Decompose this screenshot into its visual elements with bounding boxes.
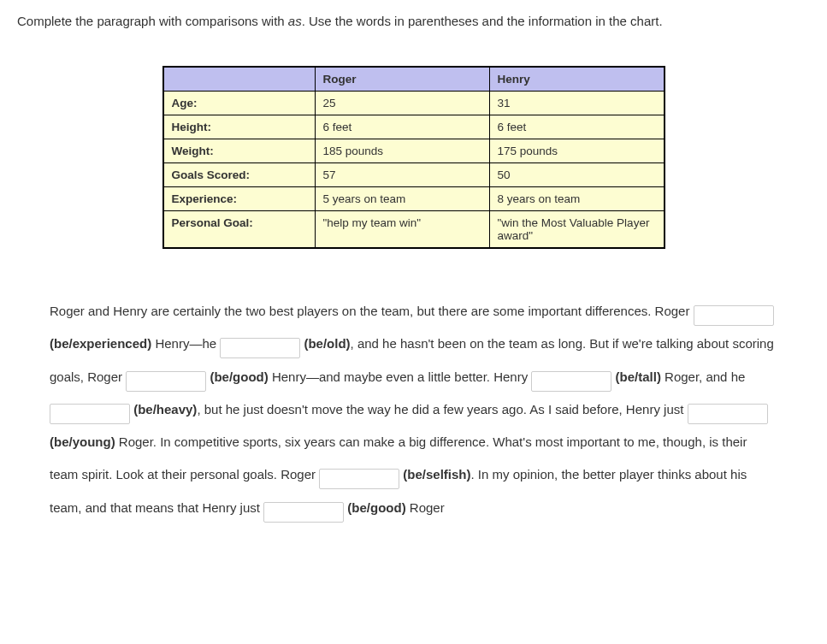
hint-6: (be/young): [50, 434, 115, 449]
paragraph-text: Roger: [410, 500, 445, 515]
instruction-italic: as: [288, 14, 302, 28]
comparison-chart: Roger Henry Age: 25 31 Height: 6 feet 6 …: [162, 66, 665, 249]
table-row: Weight: 185 pounds 175 pounds: [163, 139, 665, 163]
table-row: Experience: 5 years on team 8 years on t…: [163, 187, 665, 211]
row-label: Personal Goal:: [163, 211, 316, 249]
cell: 57: [315, 163, 489, 187]
answer-blank-6[interactable]: [688, 404, 768, 424]
cell: 25: [315, 92, 489, 115]
table-header-empty: [163, 67, 316, 92]
row-label: Age:: [163, 92, 316, 115]
paragraph-text: Henry—and maybe even a little better. He…: [272, 369, 532, 384]
hint-2: (be/old): [304, 336, 350, 351]
answer-blank-4[interactable]: [531, 371, 611, 392]
answer-blank-5[interactable]: [50, 404, 130, 424]
chart-container: Roger Henry Age: 25 31 Height: 6 feet 6 …: [17, 66, 810, 249]
cell: 175 pounds: [489, 139, 665, 163]
exercise-paragraph: Roger and Henry are certainly the two be…: [17, 295, 810, 524]
cell: 31: [489, 92, 665, 115]
cell: 5 years on team: [315, 187, 489, 211]
paragraph-text: Henry—he: [155, 336, 220, 351]
answer-blank-3[interactable]: [126, 371, 206, 392]
paragraph-text: , but he just doesn't move the way he di…: [197, 402, 687, 417]
answer-blank-7[interactable]: [319, 469, 399, 489]
cell: "help my team win": [315, 211, 489, 249]
hint-7: (be/selfish): [403, 467, 470, 482]
paragraph-text: Roger and Henry are certainly the two be…: [50, 304, 694, 318]
table-row: Height: 6 feet 6 feet: [163, 115, 665, 139]
answer-blank-8[interactable]: [263, 502, 344, 523]
row-label: Experience:: [163, 187, 316, 211]
cell: "win the Most Valuable Player award": [489, 211, 665, 249]
cell: 50: [489, 163, 665, 187]
answer-blank-1[interactable]: [694, 305, 774, 326]
instruction-post: . Use the words in parentheses and the i…: [302, 14, 663, 28]
table-header-henry: Henry: [489, 67, 665, 92]
cell: 8 years on team: [489, 187, 665, 211]
table-row: Personal Goal: "help my team win" "win t…: [163, 211, 665, 249]
cell: 6 feet: [315, 115, 489, 139]
cell: 6 feet: [489, 115, 665, 139]
hint-4: (be/tall): [616, 369, 661, 384]
table-header-roger: Roger: [315, 67, 489, 92]
hint-5: (be/heavy): [133, 402, 197, 417]
paragraph-text: Roger, and he: [665, 369, 745, 384]
hint-8: (be/good): [347, 500, 405, 515]
row-label: Goals Scored:: [163, 163, 316, 187]
answer-blank-2[interactable]: [220, 338, 300, 358]
table-row: Age: 25 31: [163, 92, 665, 115]
table-row: Goals Scored: 57 50: [163, 163, 665, 187]
cell: 185 pounds: [315, 139, 489, 163]
instruction-pre: Complete the paragraph with comparisons …: [17, 14, 288, 28]
row-label: Height:: [163, 115, 316, 139]
hint-3: (be/good): [210, 369, 268, 384]
row-label: Weight:: [163, 139, 316, 163]
hint-1: (be/experienced): [50, 336, 151, 351]
exercise-instruction: Complete the paragraph with comparisons …: [17, 12, 810, 30]
